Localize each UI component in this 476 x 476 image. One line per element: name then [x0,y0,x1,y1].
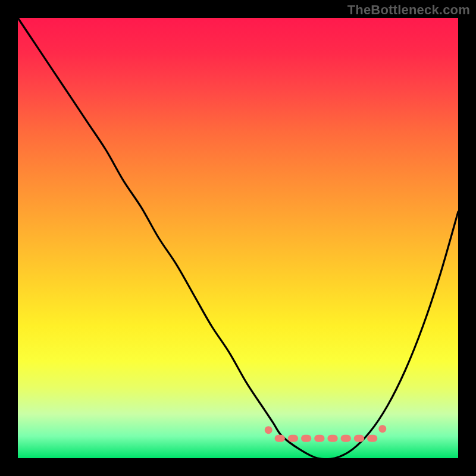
chart-container: TheBottleneck.com [0,0,476,476]
highlight-dash [301,435,311,442]
bottleneck-curve [18,18,458,459]
highlight-dash [314,435,324,442]
highlight-dash [327,435,337,442]
highlight-endcap [265,426,273,434]
watermark-text: TheBottleneck.com [347,2,470,18]
highlight-dash [275,435,285,442]
highlight-dash [354,435,364,442]
highlight-endcap [378,425,386,433]
highlight-dash [367,435,377,442]
plot-area [18,18,458,458]
highlight-dash [341,435,351,442]
curve-layer [18,18,458,458]
highlight-dash [288,435,298,442]
